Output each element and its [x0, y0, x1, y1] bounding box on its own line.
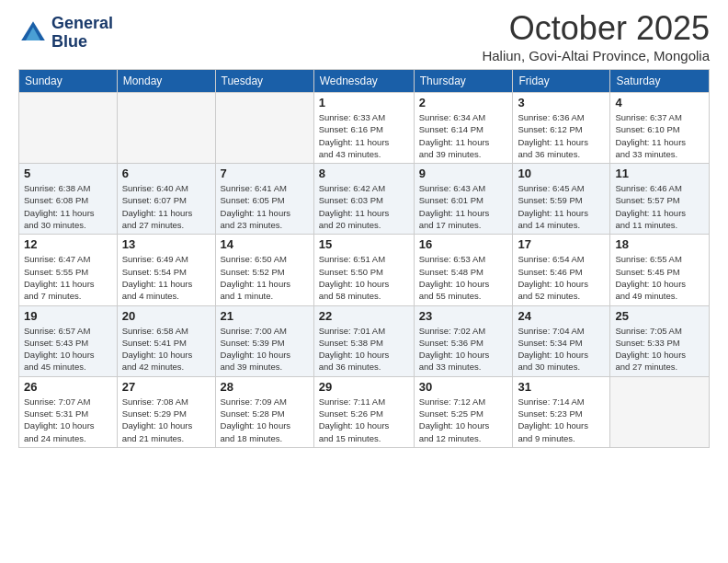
day-info: Sunrise: 6:34 AM Sunset: 6:14 PM Dayligh… [419, 111, 508, 160]
table-row: 4Sunrise: 6:37 AM Sunset: 6:10 PM Daylig… [610, 93, 710, 164]
day-info: Sunrise: 6:43 AM Sunset: 6:01 PM Dayligh… [419, 182, 508, 231]
calendar-week-row: 12Sunrise: 6:47 AM Sunset: 5:55 PM Dayli… [19, 235, 710, 305]
logo-text: General Blue [51, 15, 113, 52]
table-row: 18Sunrise: 6:55 AM Sunset: 5:45 PM Dayli… [610, 235, 710, 305]
calendar-header-row: Sunday Monday Tuesday Wednesday Thursday… [19, 70, 710, 93]
day-info: Sunrise: 6:37 AM Sunset: 6:10 PM Dayligh… [615, 111, 704, 160]
month-title: October 2025 [482, 9, 710, 48]
table-row: 8Sunrise: 6:42 AM Sunset: 6:03 PM Daylig… [313, 164, 414, 235]
day-number: 9 [419, 167, 508, 180]
day-info: Sunrise: 7:09 AM Sunset: 5:28 PM Dayligh… [221, 396, 309, 444]
day-number: 19 [24, 309, 112, 323]
table-row: 6Sunrise: 6:40 AM Sunset: 6:07 PM Daylig… [117, 164, 215, 235]
day-number: 25 [615, 309, 704, 323]
day-info: Sunrise: 6:42 AM Sunset: 6:03 PM Dayligh… [319, 182, 409, 231]
day-number: 14 [221, 237, 309, 251]
table-row: 14Sunrise: 6:50 AM Sunset: 5:52 PM Dayli… [215, 235, 313, 305]
day-number: 18 [615, 237, 704, 251]
day-number: 6 [122, 167, 210, 180]
day-info: Sunrise: 6:53 AM Sunset: 5:48 PM Dayligh… [419, 253, 508, 302]
day-info: Sunrise: 7:02 AM Sunset: 5:36 PM Dayligh… [419, 325, 508, 373]
day-info: Sunrise: 6:36 AM Sunset: 6:12 PM Dayligh… [518, 111, 605, 160]
table-row: 10Sunrise: 6:45 AM Sunset: 5:59 PM Dayli… [513, 164, 610, 235]
day-number: 17 [518, 237, 605, 251]
day-number: 8 [319, 167, 409, 180]
day-number: 29 [319, 380, 409, 394]
day-number: 27 [122, 380, 210, 394]
calendar-week-row: 5Sunrise: 6:38 AM Sunset: 6:08 PM Daylig… [19, 164, 710, 235]
day-number: 10 [518, 167, 605, 180]
table-row: 17Sunrise: 6:54 AM Sunset: 5:46 PM Dayli… [513, 235, 610, 305]
table-row: 24Sunrise: 7:04 AM Sunset: 5:34 PM Dayli… [513, 305, 610, 376]
day-number: 22 [319, 309, 409, 323]
day-info: Sunrise: 6:47 AM Sunset: 5:55 PM Dayligh… [24, 253, 112, 302]
table-row: 12Sunrise: 6:47 AM Sunset: 5:55 PM Dayli… [19, 235, 118, 305]
day-info: Sunrise: 6:50 AM Sunset: 5:52 PM Dayligh… [221, 253, 309, 302]
day-info: Sunrise: 6:58 AM Sunset: 5:41 PM Dayligh… [122, 325, 210, 373]
day-info: Sunrise: 7:01 AM Sunset: 5:38 PM Dayligh… [319, 325, 409, 373]
table-row [117, 93, 215, 164]
day-info: Sunrise: 6:33 AM Sunset: 6:16 PM Dayligh… [319, 111, 409, 160]
table-row: 3Sunrise: 6:36 AM Sunset: 6:12 PM Daylig… [513, 93, 610, 164]
location-title: Haliun, Govi-Altai Province, Mongolia [482, 48, 710, 63]
day-info: Sunrise: 7:05 AM Sunset: 5:33 PM Dayligh… [615, 325, 704, 373]
table-row: 1Sunrise: 6:33 AM Sunset: 6:16 PM Daylig… [313, 93, 414, 164]
title-area: October 2025 Haliun, Govi-Altai Province… [482, 9, 710, 63]
table-row: 28Sunrise: 7:09 AM Sunset: 5:28 PM Dayli… [215, 376, 313, 447]
table-row: 7Sunrise: 6:41 AM Sunset: 6:05 PM Daylig… [215, 164, 313, 235]
table-row: 30Sunrise: 7:12 AM Sunset: 5:25 PM Dayli… [414, 376, 513, 447]
table-row: 26Sunrise: 7:07 AM Sunset: 5:31 PM Dayli… [19, 376, 118, 447]
day-number: 30 [419, 380, 508, 394]
table-row: 5Sunrise: 6:38 AM Sunset: 6:08 PM Daylig… [19, 164, 118, 235]
day-number: 3 [518, 96, 605, 109]
day-number: 20 [122, 309, 210, 323]
calendar-week-row: 1Sunrise: 6:33 AM Sunset: 6:16 PM Daylig… [19, 93, 710, 164]
day-info: Sunrise: 7:04 AM Sunset: 5:34 PM Dayligh… [518, 325, 605, 373]
col-wednesday: Wednesday [313, 70, 414, 93]
day-number: 5 [24, 167, 112, 180]
day-number: 28 [221, 380, 309, 394]
col-saturday: Saturday [610, 70, 710, 93]
logo-line2: Blue [51, 33, 113, 52]
day-number: 4 [615, 96, 704, 109]
day-info: Sunrise: 6:49 AM Sunset: 5:54 PM Dayligh… [122, 253, 210, 302]
day-number: 12 [24, 237, 112, 251]
table-row: 11Sunrise: 6:46 AM Sunset: 5:57 PM Dayli… [610, 164, 710, 235]
col-friday: Friday [513, 70, 610, 93]
logo: General Blue [18, 15, 113, 52]
table-row: 16Sunrise: 6:53 AM Sunset: 5:48 PM Dayli… [414, 235, 513, 305]
day-number: 26 [24, 380, 112, 394]
day-info: Sunrise: 7:14 AM Sunset: 5:23 PM Dayligh… [518, 396, 605, 444]
table-row: 20Sunrise: 6:58 AM Sunset: 5:41 PM Dayli… [117, 305, 215, 376]
day-info: Sunrise: 7:07 AM Sunset: 5:31 PM Dayligh… [24, 396, 112, 444]
day-number: 16 [419, 237, 508, 251]
col-tuesday: Tuesday [215, 70, 313, 93]
day-number: 31 [518, 380, 605, 394]
day-info: Sunrise: 6:54 AM Sunset: 5:46 PM Dayligh… [518, 253, 605, 302]
col-thursday: Thursday [414, 70, 513, 93]
col-sunday: Sunday [19, 70, 118, 93]
table-row: 15Sunrise: 6:51 AM Sunset: 5:50 PM Dayli… [313, 235, 414, 305]
day-number: 21 [221, 309, 309, 323]
table-row: 22Sunrise: 7:01 AM Sunset: 5:38 PM Dayli… [313, 305, 414, 376]
day-number: 1 [319, 96, 409, 109]
day-info: Sunrise: 6:51 AM Sunset: 5:50 PM Dayligh… [319, 253, 409, 302]
day-info: Sunrise: 6:46 AM Sunset: 5:57 PM Dayligh… [615, 182, 704, 231]
table-row: 9Sunrise: 6:43 AM Sunset: 6:01 PM Daylig… [414, 164, 513, 235]
table-row: 21Sunrise: 7:00 AM Sunset: 5:39 PM Dayli… [215, 305, 313, 376]
day-info: Sunrise: 6:38 AM Sunset: 6:08 PM Dayligh… [24, 182, 112, 231]
calendar-week-row: 26Sunrise: 7:07 AM Sunset: 5:31 PM Dayli… [19, 376, 710, 447]
table-row: 23Sunrise: 7:02 AM Sunset: 5:36 PM Dayli… [414, 305, 513, 376]
table-row: 2Sunrise: 6:34 AM Sunset: 6:14 PM Daylig… [414, 93, 513, 164]
day-number: 15 [319, 237, 409, 251]
calendar-table: Sunday Monday Tuesday Wednesday Thursday… [18, 69, 710, 448]
day-info: Sunrise: 7:08 AM Sunset: 5:29 PM Dayligh… [122, 396, 210, 444]
table-row: 31Sunrise: 7:14 AM Sunset: 5:23 PM Dayli… [513, 376, 610, 447]
table-row: 13Sunrise: 6:49 AM Sunset: 5:54 PM Dayli… [117, 235, 215, 305]
calendar-week-row: 19Sunrise: 6:57 AM Sunset: 5:43 PM Dayli… [19, 305, 710, 376]
table-row: 27Sunrise: 7:08 AM Sunset: 5:29 PM Dayli… [117, 376, 215, 447]
table-row: 25Sunrise: 7:05 AM Sunset: 5:33 PM Dayli… [610, 305, 710, 376]
day-number: 13 [122, 237, 210, 251]
day-info: Sunrise: 6:45 AM Sunset: 5:59 PM Dayligh… [518, 182, 605, 231]
day-number: 24 [518, 309, 605, 323]
